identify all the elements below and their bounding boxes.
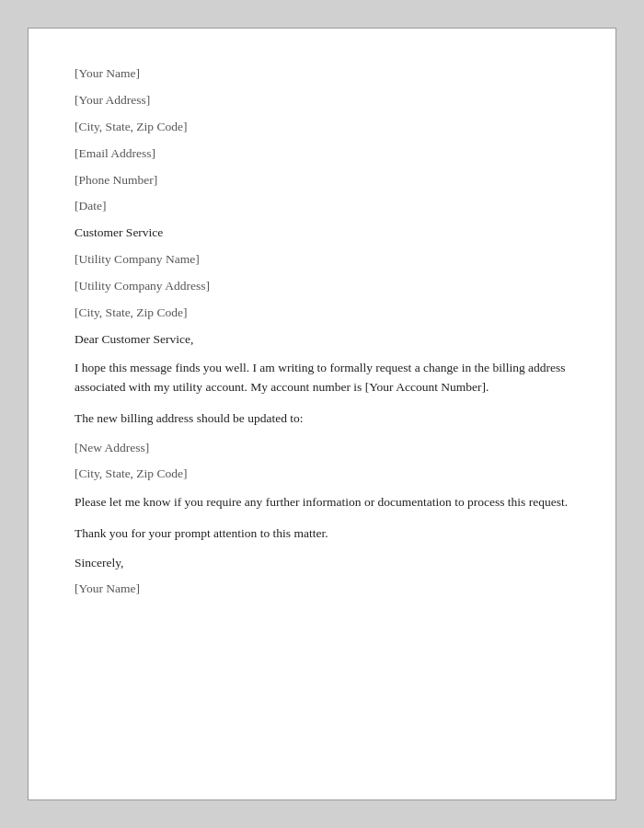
- utility-company-address: [Utility Company Address]: [75, 278, 569, 295]
- date: [Date]: [75, 198, 569, 215]
- closing: Sincerely,: [75, 555, 569, 572]
- body-paragraph-2: The new billing address should be update…: [75, 408, 569, 429]
- letter-document: [Your Name] [Your Address] [City, State,…: [28, 28, 616, 800]
- sender-phone: [Phone Number]: [75, 172, 569, 190]
- body-paragraph-3: Please let me know if you require any fu…: [75, 492, 569, 512]
- utility-company-city: [City, State, Zip Code]: [75, 305, 569, 322]
- salutation: Dear Customer Service,: [75, 331, 569, 349]
- new-address: [New Address]: [75, 440, 569, 457]
- sender-city: [City, State, Zip Code]: [75, 119, 569, 136]
- closing-name: [Your Name]: [75, 581, 569, 598]
- utility-company-name: [Utility Company Name]: [75, 251, 569, 269]
- new-city: [City, State, Zip Code]: [75, 466, 569, 483]
- recipient-label: Customer Service: [75, 224, 569, 242]
- sender-email: [Email Address]: [75, 145, 569, 163]
- body-paragraph-4: Thank you for your prompt attention to t…: [75, 523, 569, 544]
- body-paragraph-1: I hope this message finds you well. I am…: [75, 358, 569, 397]
- sender-name: [Your Name]: [75, 65, 569, 83]
- sender-address: [Your Address]: [75, 92, 569, 109]
